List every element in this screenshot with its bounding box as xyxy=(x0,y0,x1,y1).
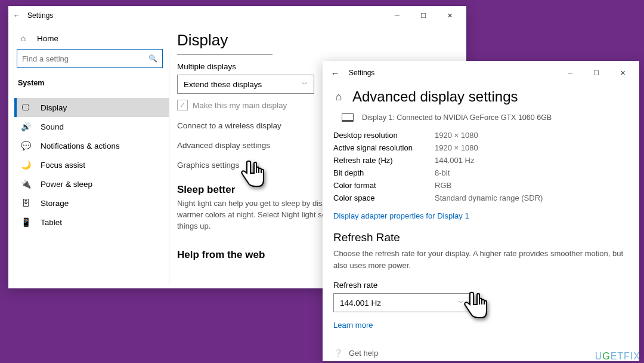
info-row: Desktop resolution1920 × 1080 xyxy=(333,129,628,141)
info-value: 8-bit xyxy=(435,168,450,177)
info-key: Refresh rate (Hz) xyxy=(333,156,435,165)
sidebar-item-focus-assist[interactable]: 🌙Focus assist xyxy=(14,155,169,174)
search-icon: 🔍 xyxy=(148,54,157,63)
info-key: Color format xyxy=(333,181,435,190)
info-row: Color formatRGB xyxy=(333,179,628,192)
sidebar-icon: 🖵 xyxy=(20,103,31,112)
sidebar-icon: 💬 xyxy=(20,141,31,150)
back-icon[interactable]: ← xyxy=(12,11,21,20)
home-icon[interactable]: ⌂ xyxy=(333,91,344,103)
info-row: Refresh rate (Hz)144.001 Hz xyxy=(333,154,628,167)
titlebar: ← Settings ─ ☐ ✕ xyxy=(323,61,639,85)
minimize-button[interactable]: ─ xyxy=(384,7,410,24)
sidebar-item-storage[interactable]: 🗄Storage xyxy=(14,193,169,213)
search-input[interactable]: Find a setting 🔍 xyxy=(17,49,163,68)
minimize-button[interactable]: ─ xyxy=(557,64,583,82)
refresh-rate-description: Choose the refresh rate for your display… xyxy=(333,248,628,271)
multiple-displays-dropdown[interactable]: Extend these displays ﹀ xyxy=(177,75,314,94)
sidebar-item-label: Notifications & actions xyxy=(41,141,120,150)
sidebar-item-tablet[interactable]: 📱Tablet xyxy=(14,213,169,232)
get-help-link[interactable]: ❔ Get help xyxy=(333,349,378,358)
close-button[interactable]: ✕ xyxy=(609,64,636,82)
window-title: Settings xyxy=(27,11,53,20)
sidebar-item-label: Sound xyxy=(41,122,64,131)
make-main-label: Make this my main display xyxy=(193,101,287,110)
refresh-rate-value: 144.001 Hz xyxy=(340,299,381,307)
sidebar-item-label: Focus assist xyxy=(41,161,85,170)
maximize-button[interactable]: ☐ xyxy=(583,64,609,82)
refresh-rate-dropdown[interactable]: 144.001 Hz ﹀ xyxy=(333,293,470,312)
page-title: Advanced display settings xyxy=(352,88,518,105)
sidebar-icon: 🌙 xyxy=(20,160,31,170)
refresh-rate-label: Refresh rate xyxy=(333,281,628,290)
back-button[interactable]: ← xyxy=(326,68,344,78)
home-button[interactable]: ⌂ Home xyxy=(14,30,169,49)
home-icon: ⌂ xyxy=(18,33,29,43)
close-button[interactable]: ✕ xyxy=(436,7,463,24)
chevron-down-icon: ﹀ xyxy=(458,299,464,307)
info-key: Bit depth xyxy=(333,168,435,177)
sidebar-item-power-sleep[interactable]: 🔌Power & sleep xyxy=(14,174,169,193)
chevron-down-icon: ﹀ xyxy=(302,80,308,88)
sidebar-item-sound[interactable]: 🔊Sound xyxy=(14,117,169,136)
advanced-settings-window: ← Settings ─ ☐ ✕ ⌂ Advanced display sett… xyxy=(323,61,639,361)
learn-more-link[interactable]: Learn more xyxy=(333,321,628,330)
help-icon: ❔ xyxy=(333,349,343,358)
info-value: 1920 × 1080 xyxy=(435,131,478,140)
window-title: Settings xyxy=(349,69,374,77)
sidebar-item-display[interactable]: 🖵Display xyxy=(14,98,169,117)
titlebar: ← Settings ─ ☐ ✕ xyxy=(8,6,466,25)
info-key: Desktop resolution xyxy=(333,131,435,140)
info-row: Color spaceStandard dynamic range (SDR) xyxy=(333,192,628,204)
maximize-button[interactable]: ☐ xyxy=(410,7,436,24)
refresh-rate-heading: Refresh Rate xyxy=(333,231,628,244)
info-row: Bit depth8-bit xyxy=(333,167,628,179)
search-placeholder: Find a setting xyxy=(22,54,69,63)
multiple-displays-value: Extend these displays xyxy=(184,80,262,89)
sidebar-item-label: Storage xyxy=(41,199,69,208)
info-row: Active signal resolution1920 × 1080 xyxy=(333,141,628,154)
sidebar-icon: 🗄 xyxy=(20,198,31,208)
section-label: System xyxy=(14,75,169,96)
sidebar-icon: 📱 xyxy=(20,217,31,227)
sidebar-icon: 🔊 xyxy=(20,122,31,131)
info-value: Standard dynamic range (SDR) xyxy=(435,193,543,202)
adapter-properties-link[interactable]: Display adapter properties for Display 1 xyxy=(333,211,628,220)
info-key: Active signal resolution xyxy=(333,143,435,152)
info-value: RGB xyxy=(435,181,451,190)
home-label: Home xyxy=(37,34,58,43)
page-title: Display xyxy=(177,31,460,50)
info-value: 144.001 Hz xyxy=(435,156,475,165)
sidebar: ⌂ Home Find a setting 🔍 System 🖵Display🔊… xyxy=(8,25,169,288)
sidebar-item-label: Power & sleep xyxy=(41,180,92,189)
checkbox-icon: ✓ xyxy=(177,100,188,110)
info-key: Color space xyxy=(333,193,435,202)
sidebar-icon: 🔌 xyxy=(20,179,31,189)
sidebar-item-label: Display xyxy=(41,103,67,112)
display-connected-text: Display 1: Connected to NVIDIA GeForce G… xyxy=(362,113,552,122)
info-value: 1920 × 1080 xyxy=(435,143,478,152)
display-connected-info: Display 1: Connected to NVIDIA GeForce G… xyxy=(342,113,628,122)
sidebar-item-notifications-actions[interactable]: 💬Notifications & actions xyxy=(14,136,169,155)
sidebar-item-label: Tablet xyxy=(41,218,62,227)
monitor-icon xyxy=(342,113,354,122)
watermark: UGETFIX xyxy=(595,351,640,362)
